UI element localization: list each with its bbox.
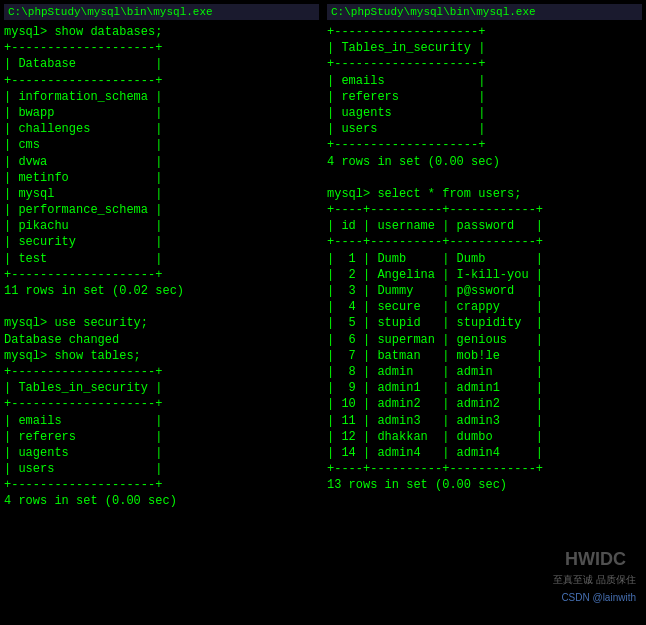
titlebar-right: C:\phpStudy\mysql\bin\mysql.exe bbox=[327, 4, 642, 20]
watermark-slogan: 至真至诚 品质保住 bbox=[553, 573, 636, 587]
terminal-right: C:\phpStudy\mysql\bin\mysql.exe +-------… bbox=[323, 0, 646, 625]
titlebar-left: C:\phpStudy\mysql\bin\mysql.exe bbox=[4, 4, 319, 20]
watermark-csdn: CSDN @lainwith bbox=[561, 592, 636, 603]
terminal-left: C:\phpStudy\mysql\bin\mysql.exe mysql> s… bbox=[0, 0, 323, 625]
watermark-hwidc: HWIDC bbox=[565, 549, 626, 570]
content-right: +--------------------+ | Tables_in_secur… bbox=[327, 24, 642, 493]
content-left: mysql> show databases; +----------------… bbox=[4, 24, 319, 510]
